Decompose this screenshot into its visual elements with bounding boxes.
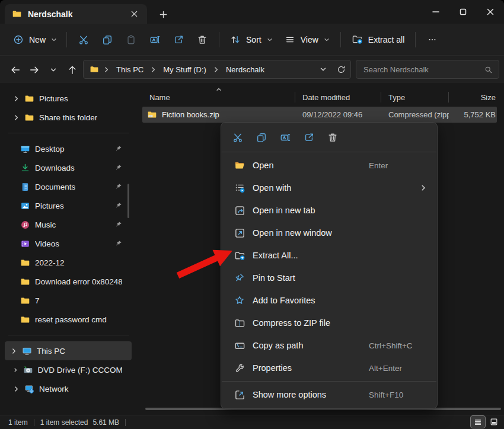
breadcrumb-chevron-icon	[213, 66, 219, 73]
window-controls	[422, 0, 504, 24]
open-new-window-icon	[234, 228, 245, 239]
share-button[interactable]	[167, 29, 190, 50]
pin-outline-icon	[234, 273, 245, 283]
file-row-fiction-books-zip[interactable]: Fiction books.zip 09/12/2022 09:46 Compr…	[142, 107, 497, 123]
folder-icon	[24, 113, 34, 123]
sidebar-item-label: Pictures	[35, 201, 64, 210]
delete-button[interactable]	[190, 29, 214, 50]
search-input[interactable]	[362, 65, 484, 75]
sidebar-item-download-error[interactable]: Download error 0x80248007	[2, 272, 135, 291]
menu-item-extract-all[interactable]: Extract All...	[224, 244, 434, 267]
sidebar-item-label: Pictures	[39, 94, 68, 103]
toolbar-separator	[219, 32, 219, 47]
sidebar-item-label: 2022-12	[35, 258, 65, 267]
context-menu: Open Enter Open with Open in new tab	[221, 122, 438, 409]
sidebar-item-label: Share this folder	[39, 113, 97, 122]
selection-size: 5.61 MB	[92, 418, 119, 427]
search-icon[interactable]	[484, 65, 493, 74]
file-type: Compressed (zipp...	[381, 110, 449, 119]
menu-item-copy-as-path[interactable]: Copy as path Ctrl+Shift+C	[224, 334, 434, 357]
sidebar-item-share-this-folder[interactable]: Share this folder	[2, 108, 135, 127]
menu-item-show-more-options[interactable]: Show more options Shift+F10	[224, 383, 434, 406]
column-header-type[interactable]: Type	[381, 88, 449, 107]
explorer-tab[interactable]: Nerdschalk	[5, 4, 147, 24]
menu-item-open-with[interactable]: Open with	[224, 177, 434, 199]
status-bar: 1 item 1 item selected 5.61 MB	[0, 415, 504, 429]
sidebar-item-pictures[interactable]: Pictures	[2, 196, 135, 215]
menu-item-pin-to-start[interactable]: Pin to Start	[224, 267, 434, 289]
plus-icon	[160, 11, 167, 18]
pin-icon	[115, 240, 122, 247]
sort-button[interactable]: Sort	[224, 31, 279, 49]
refresh-icon[interactable]	[337, 65, 346, 74]
chevron-down-icon	[51, 37, 57, 43]
copy-button[interactable]	[252, 129, 270, 147]
sidebar-item-label: Desktop	[35, 145, 65, 153]
maximize-button[interactable]	[449, 0, 477, 24]
pictures-icon	[20, 201, 30, 211]
menu-item-add-to-favorites[interactable]: Add to Favorites	[224, 289, 434, 312]
sidebar-item-this-pc[interactable]: This PC	[5, 341, 132, 360]
sidebar-scrollbar[interactable]	[127, 184, 129, 218]
sidebar-item-7[interactable]: 7	[2, 291, 135, 310]
recent-locations-button[interactable]	[44, 60, 63, 79]
address-dropdown-icon[interactable]	[320, 66, 327, 73]
menu-item-open-in-new-tab[interactable]: Open in new tab	[224, 199, 434, 222]
view-icon	[285, 34, 295, 45]
view-toggle-group	[471, 416, 501, 428]
desktop-icon	[20, 144, 30, 154]
search-box	[356, 60, 499, 79]
cut-button[interactable]	[72, 29, 95, 50]
breadcrumb-this-pc[interactable]: This PC	[114, 64, 146, 75]
column-header-name[interactable]: Name	[142, 88, 295, 107]
details-view-button[interactable]	[471, 416, 485, 428]
forward-button[interactable]	[25, 60, 44, 79]
sidebar-item-network[interactable]: Network	[2, 379, 135, 398]
delete-button[interactable]	[323, 129, 342, 147]
menu-item-open-in-new-window[interactable]: Open in new window	[224, 222, 434, 244]
view-button[interactable]: View	[279, 31, 336, 49]
share-button[interactable]	[299, 129, 318, 147]
address-bar[interactable]: This PC My Stuff (D:) Nerdschalk	[83, 60, 351, 79]
cut-button[interactable]	[228, 129, 247, 147]
menu-item-compress-to-zip[interactable]: Compress to ZIP file	[224, 312, 434, 334]
close-button[interactable]	[477, 0, 504, 24]
breadcrumb-drive[interactable]: My Stuff (D:)	[161, 64, 209, 75]
new-tab-button[interactable]	[155, 7, 171, 21]
shortcut-label: Ctrl+Shift+C	[369, 341, 426, 350]
star-icon	[234, 295, 245, 306]
sidebar-item-desktop[interactable]: Desktop	[2, 139, 135, 158]
sidebar-item-reset-password-cmd[interactable]: reset password cmd	[2, 310, 135, 329]
up-button[interactable]	[63, 60, 82, 79]
sidebar-item-2022-12[interactable]: 2022-12	[2, 253, 135, 272]
sidebar-item-music[interactable]: Music	[2, 215, 135, 234]
paste-button[interactable]	[119, 29, 143, 50]
chevron-down-icon	[267, 37, 273, 43]
rename-button[interactable]	[276, 129, 294, 147]
new-button[interactable]: New	[8, 31, 62, 49]
tab-close-icon[interactable]	[127, 7, 141, 21]
chevron-right-icon	[13, 114, 20, 121]
sidebar-item-videos[interactable]: Videos	[2, 234, 135, 253]
folder-icon	[90, 65, 99, 74]
folder-icon	[24, 94, 34, 104]
sidebar-item-documents[interactable]: Documents	[2, 177, 135, 196]
menu-item-properties[interactable]: Properties Alt+Enter	[224, 357, 434, 379]
sidebar-item-downloads[interactable]: Downloads	[2, 158, 135, 177]
copy-button[interactable]	[95, 29, 119, 50]
column-header-date-modified[interactable]: Date modified	[295, 88, 381, 107]
shortcut-label: Shift+F10	[369, 390, 426, 399]
rename-button[interactable]	[143, 29, 167, 50]
sidebar-item-pictures-tree[interactable]: Pictures	[2, 89, 135, 108]
breadcrumb-current-folder[interactable]: Nerdschalk	[224, 64, 267, 75]
large-icons-view-button[interactable]	[487, 416, 501, 428]
column-header-size[interactable]: Size	[449, 88, 504, 107]
sidebar-item-dvd-drive[interactable]: DVD Drive (F:) CCCOMA_X64	[2, 360, 135, 379]
sidebar-item-label: This PC	[37, 347, 65, 356]
selection-count: 1 item selected	[40, 418, 88, 427]
menu-item-open[interactable]: Open Enter	[224, 154, 434, 177]
more-options-button[interactable]	[420, 29, 444, 50]
back-button[interactable]	[6, 60, 25, 79]
minimize-button[interactable]	[422, 0, 449, 24]
extract-all-button[interactable]: Extract all	[346, 30, 410, 49]
